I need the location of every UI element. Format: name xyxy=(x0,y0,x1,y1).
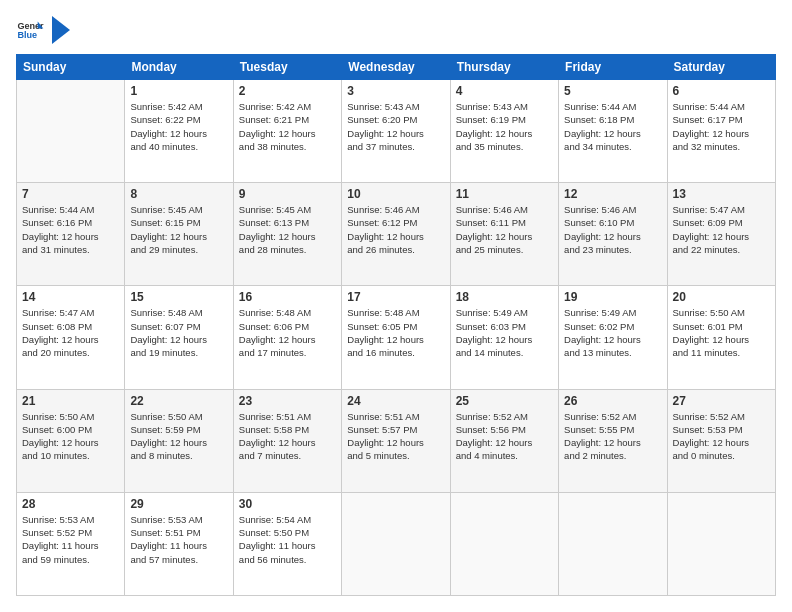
day-number: 12 xyxy=(564,187,661,201)
calendar-cell xyxy=(667,492,775,595)
calendar-cell: 20Sunrise: 5:50 AM Sunset: 6:01 PM Dayli… xyxy=(667,286,775,389)
day-number: 27 xyxy=(673,394,770,408)
day-info: Sunrise: 5:47 AM Sunset: 6:08 PM Dayligh… xyxy=(22,306,119,359)
day-number: 26 xyxy=(564,394,661,408)
day-number: 7 xyxy=(22,187,119,201)
day-number: 19 xyxy=(564,290,661,304)
day-number: 5 xyxy=(564,84,661,98)
calendar-cell: 4Sunrise: 5:43 AM Sunset: 6:19 PM Daylig… xyxy=(450,80,558,183)
day-number: 20 xyxy=(673,290,770,304)
day-info: Sunrise: 5:52 AM Sunset: 5:53 PM Dayligh… xyxy=(673,410,770,463)
week-row-4: 21Sunrise: 5:50 AM Sunset: 6:00 PM Dayli… xyxy=(17,389,776,492)
day-info: Sunrise: 5:54 AM Sunset: 5:50 PM Dayligh… xyxy=(239,513,336,566)
day-info: Sunrise: 5:51 AM Sunset: 5:58 PM Dayligh… xyxy=(239,410,336,463)
days-of-week-row: SundayMondayTuesdayWednesdayThursdayFrid… xyxy=(17,55,776,80)
day-info: Sunrise: 5:45 AM Sunset: 6:13 PM Dayligh… xyxy=(239,203,336,256)
day-info: Sunrise: 5:50 AM Sunset: 6:00 PM Dayligh… xyxy=(22,410,119,463)
calendar-cell: 2Sunrise: 5:42 AM Sunset: 6:21 PM Daylig… xyxy=(233,80,341,183)
logo-arrow-icon xyxy=(52,16,70,44)
calendar-cell: 24Sunrise: 5:51 AM Sunset: 5:57 PM Dayli… xyxy=(342,389,450,492)
calendar-cell: 21Sunrise: 5:50 AM Sunset: 6:00 PM Dayli… xyxy=(17,389,125,492)
calendar-cell: 23Sunrise: 5:51 AM Sunset: 5:58 PM Dayli… xyxy=(233,389,341,492)
day-info: Sunrise: 5:43 AM Sunset: 6:20 PM Dayligh… xyxy=(347,100,444,153)
day-info: Sunrise: 5:47 AM Sunset: 6:09 PM Dayligh… xyxy=(673,203,770,256)
day-number: 24 xyxy=(347,394,444,408)
day-number: 6 xyxy=(673,84,770,98)
day-info: Sunrise: 5:52 AM Sunset: 5:56 PM Dayligh… xyxy=(456,410,553,463)
day-number: 25 xyxy=(456,394,553,408)
day-header-monday: Monday xyxy=(125,55,233,80)
day-info: Sunrise: 5:46 AM Sunset: 6:11 PM Dayligh… xyxy=(456,203,553,256)
day-info: Sunrise: 5:44 AM Sunset: 6:17 PM Dayligh… xyxy=(673,100,770,153)
day-info: Sunrise: 5:51 AM Sunset: 5:57 PM Dayligh… xyxy=(347,410,444,463)
day-info: Sunrise: 5:44 AM Sunset: 6:18 PM Dayligh… xyxy=(564,100,661,153)
day-number: 10 xyxy=(347,187,444,201)
day-number: 3 xyxy=(347,84,444,98)
calendar-cell: 26Sunrise: 5:52 AM Sunset: 5:55 PM Dayli… xyxy=(559,389,667,492)
calendar-cell: 14Sunrise: 5:47 AM Sunset: 6:08 PM Dayli… xyxy=(17,286,125,389)
calendar-cell xyxy=(559,492,667,595)
calendar-cell: 9Sunrise: 5:45 AM Sunset: 6:13 PM Daylig… xyxy=(233,183,341,286)
calendar-cell: 27Sunrise: 5:52 AM Sunset: 5:53 PM Dayli… xyxy=(667,389,775,492)
day-info: Sunrise: 5:42 AM Sunset: 6:21 PM Dayligh… xyxy=(239,100,336,153)
day-number: 18 xyxy=(456,290,553,304)
day-number: 21 xyxy=(22,394,119,408)
calendar-cell: 11Sunrise: 5:46 AM Sunset: 6:11 PM Dayli… xyxy=(450,183,558,286)
svg-marker-3 xyxy=(52,16,70,44)
day-header-tuesday: Tuesday xyxy=(233,55,341,80)
day-number: 28 xyxy=(22,497,119,511)
day-info: Sunrise: 5:50 AM Sunset: 6:01 PM Dayligh… xyxy=(673,306,770,359)
calendar-cell: 25Sunrise: 5:52 AM Sunset: 5:56 PM Dayli… xyxy=(450,389,558,492)
calendar-cell: 8Sunrise: 5:45 AM Sunset: 6:15 PM Daylig… xyxy=(125,183,233,286)
week-row-1: 1Sunrise: 5:42 AM Sunset: 6:22 PM Daylig… xyxy=(17,80,776,183)
day-number: 16 xyxy=(239,290,336,304)
day-info: Sunrise: 5:44 AM Sunset: 6:16 PM Dayligh… xyxy=(22,203,119,256)
day-number: 1 xyxy=(130,84,227,98)
day-info: Sunrise: 5:48 AM Sunset: 6:06 PM Dayligh… xyxy=(239,306,336,359)
day-number: 30 xyxy=(239,497,336,511)
calendar-cell: 19Sunrise: 5:49 AM Sunset: 6:02 PM Dayli… xyxy=(559,286,667,389)
day-info: Sunrise: 5:46 AM Sunset: 6:10 PM Dayligh… xyxy=(564,203,661,256)
day-number: 13 xyxy=(673,187,770,201)
logo: General Blue xyxy=(16,16,70,44)
day-info: Sunrise: 5:48 AM Sunset: 6:07 PM Dayligh… xyxy=(130,306,227,359)
calendar-cell: 22Sunrise: 5:50 AM Sunset: 5:59 PM Dayli… xyxy=(125,389,233,492)
day-number: 23 xyxy=(239,394,336,408)
day-header-sunday: Sunday xyxy=(17,55,125,80)
day-info: Sunrise: 5:43 AM Sunset: 6:19 PM Dayligh… xyxy=(456,100,553,153)
calendar-cell: 7Sunrise: 5:44 AM Sunset: 6:16 PM Daylig… xyxy=(17,183,125,286)
calendar-cell: 6Sunrise: 5:44 AM Sunset: 6:17 PM Daylig… xyxy=(667,80,775,183)
day-number: 11 xyxy=(456,187,553,201)
calendar-cell: 1Sunrise: 5:42 AM Sunset: 6:22 PM Daylig… xyxy=(125,80,233,183)
calendar-cell xyxy=(450,492,558,595)
calendar-cell: 15Sunrise: 5:48 AM Sunset: 6:07 PM Dayli… xyxy=(125,286,233,389)
calendar-table: SundayMondayTuesdayWednesdayThursdayFrid… xyxy=(16,54,776,596)
calendar-cell: 5Sunrise: 5:44 AM Sunset: 6:18 PM Daylig… xyxy=(559,80,667,183)
calendar-cell: 29Sunrise: 5:53 AM Sunset: 5:51 PM Dayli… xyxy=(125,492,233,595)
day-info: Sunrise: 5:49 AM Sunset: 6:03 PM Dayligh… xyxy=(456,306,553,359)
day-info: Sunrise: 5:52 AM Sunset: 5:55 PM Dayligh… xyxy=(564,410,661,463)
calendar-cell: 28Sunrise: 5:53 AM Sunset: 5:52 PM Dayli… xyxy=(17,492,125,595)
day-number: 17 xyxy=(347,290,444,304)
calendar-header: SundayMondayTuesdayWednesdayThursdayFrid… xyxy=(17,55,776,80)
day-header-wednesday: Wednesday xyxy=(342,55,450,80)
svg-text:Blue: Blue xyxy=(17,30,37,40)
day-number: 4 xyxy=(456,84,553,98)
calendar-cell: 16Sunrise: 5:48 AM Sunset: 6:06 PM Dayli… xyxy=(233,286,341,389)
day-header-saturday: Saturday xyxy=(667,55,775,80)
day-header-friday: Friday xyxy=(559,55,667,80)
day-number: 14 xyxy=(22,290,119,304)
day-info: Sunrise: 5:46 AM Sunset: 6:12 PM Dayligh… xyxy=(347,203,444,256)
page-header: General Blue xyxy=(16,16,776,44)
day-number: 9 xyxy=(239,187,336,201)
day-header-thursday: Thursday xyxy=(450,55,558,80)
calendar-cell: 12Sunrise: 5:46 AM Sunset: 6:10 PM Dayli… xyxy=(559,183,667,286)
day-number: 29 xyxy=(130,497,227,511)
calendar-cell: 3Sunrise: 5:43 AM Sunset: 6:20 PM Daylig… xyxy=(342,80,450,183)
week-row-5: 28Sunrise: 5:53 AM Sunset: 5:52 PM Dayli… xyxy=(17,492,776,595)
week-row-3: 14Sunrise: 5:47 AM Sunset: 6:08 PM Dayli… xyxy=(17,286,776,389)
day-info: Sunrise: 5:42 AM Sunset: 6:22 PM Dayligh… xyxy=(130,100,227,153)
day-info: Sunrise: 5:48 AM Sunset: 6:05 PM Dayligh… xyxy=(347,306,444,359)
logo-icon: General Blue xyxy=(16,16,44,44)
day-number: 15 xyxy=(130,290,227,304)
